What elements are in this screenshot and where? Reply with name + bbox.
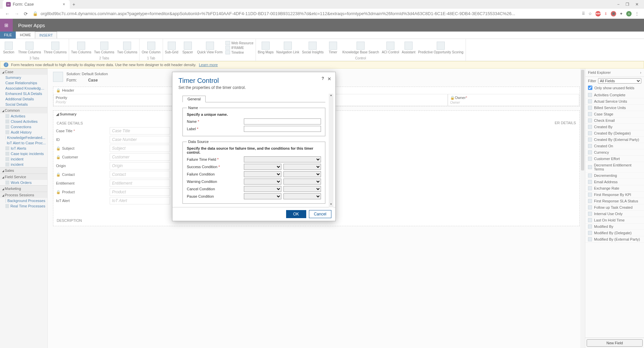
- leftnav-marketing-header[interactable]: Marketing: [0, 185, 47, 192]
- ribbon-bingmaps[interactable]: Bing Maps: [258, 42, 274, 54]
- info-learn-more-link[interactable]: Learn more: [199, 63, 218, 67]
- browser-reload-icon[interactable]: ⟳: [24, 11, 28, 16]
- ribbon-tab-home[interactable]: HOME: [16, 32, 35, 39]
- ribbon-assistant[interactable]: Assistant: [402, 42, 416, 54]
- window-restore-icon[interactable]: ❐: [626, 2, 629, 7]
- leftnav-knowledge-federated[interactable]: KnowledgeFederated...: [0, 135, 47, 140]
- ribbon-social[interactable]: Social Insights: [302, 42, 323, 54]
- leftnav-assoc-knowledge[interactable]: Associated Knowledge ...: [0, 86, 47, 91]
- leftnav-additional-details[interactable]: Additional Details: [0, 96, 47, 102]
- leftnav-audit-history[interactable]: Audit History: [0, 130, 47, 135]
- browser-tab[interactable]: ∞ Form: Case ×: [3, 0, 70, 9]
- new-tab-button[interactable]: +: [72, 2, 75, 7]
- ribbon-subgrid[interactable]: Sub-Grid: [165, 42, 178, 54]
- window-minimize-icon[interactable]: −: [617, 2, 620, 7]
- extensions-puzzle-icon[interactable]: ✦: [620, 11, 623, 16]
- ribbon-three-columns-1[interactable]: Three Columns: [18, 42, 41, 54]
- leftnav-summary[interactable]: Summary: [0, 75, 47, 80]
- leftnav-connections[interactable]: Connections: [0, 124, 47, 130]
- leftnav-incident-1[interactable]: incident: [0, 156, 47, 162]
- leftnav-case-header[interactable]: Case: [0, 68, 47, 75]
- app-launcher-icon[interactable]: ⊞: [0, 19, 13, 32]
- field-item[interactable]: First Response By KPI: [585, 192, 644, 198]
- leftnav-enhanced-sla[interactable]: Enhanced SLA Details: [0, 91, 47, 96]
- leftnav-iot-alerts[interactable]: IoT Alerts: [0, 146, 47, 151]
- ribbon-aci[interactable]: ACI Control: [382, 42, 399, 54]
- unused-checkbox[interactable]: [588, 86, 592, 90]
- field-item[interactable]: Currency: [585, 149, 644, 156]
- ribbon-iframe[interactable]: IFRAME: [225, 46, 254, 50]
- field-item[interactable]: Check Email: [585, 117, 644, 124]
- ds-select-1[interactable]: [244, 193, 281, 199]
- field-item[interactable]: Created By (External Party): [585, 137, 644, 143]
- profile-avatar-icon[interactable]: A: [626, 11, 632, 16]
- header-priority[interactable]: PriorityPriority: [53, 94, 185, 106]
- header-blank[interactable]: [316, 94, 448, 106]
- leftnav-activities[interactable]: Activities: [0, 113, 47, 119]
- ds-select-2[interactable]: [283, 179, 321, 185]
- field-item[interactable]: Modified By (External Party): [585, 236, 644, 243]
- leftnav-case-topic[interactable]: Case topic incidents: [0, 151, 47, 156]
- leftnav-incident-2[interactable]: incident: [0, 162, 47, 167]
- filter-select[interactable]: All Fields: [598, 78, 641, 84]
- ribbon-section[interactable]: Section: [2, 42, 15, 54]
- dialog-scrollbar[interactable]: ▲▼: [329, 94, 333, 207]
- name-input[interactable]: [244, 118, 321, 125]
- leftnav-rt-processes[interactable]: Real Time Processes: [0, 203, 47, 209]
- bookmark-icon[interactable]: ☆: [588, 11, 592, 16]
- leftnav-sales-header[interactable]: Sales: [0, 167, 47, 173]
- canvas-scrollbar[interactable]: [580, 68, 585, 348]
- field-item[interactable]: Billed Service Units: [585, 105, 644, 111]
- ext-icon-3[interactable]: ⬛: [611, 11, 616, 16]
- ribbon-tab-file[interactable]: FILE: [0, 32, 16, 39]
- leftnav-process-header[interactable]: Process Sessions: [0, 192, 47, 198]
- ribbon-two-columns-3[interactable]: Two Columns: [117, 42, 138, 54]
- ribbon-timeline[interactable]: Timeline: [225, 50, 254, 54]
- ribbon-tab-insert[interactable]: INSERT: [35, 32, 57, 39]
- field-item[interactable]: Modified By (Delegate): [585, 230, 644, 236]
- field-item[interactable]: Email Address: [585, 179, 644, 185]
- ribbon-webresource[interactable]: Web Resource: [225, 41, 254, 45]
- leftnav-bg-processes[interactable]: Background Processes: [0, 198, 47, 203]
- browser-menu-icon[interactable]: ⋮: [635, 11, 639, 16]
- ribbon-spacer[interactable]: Spacer: [181, 42, 195, 54]
- translate-icon[interactable]: ⠿: [582, 11, 585, 16]
- ribbon-two-columns-2[interactable]: Two Columns: [94, 42, 114, 54]
- window-close-icon[interactable]: ✕: [635, 2, 639, 7]
- new-field-button[interactable]: New Field: [587, 339, 643, 347]
- header-owner[interactable]: 🔒Owner*Owner: [448, 94, 579, 106]
- ribbon-predictive[interactable]: Predictive Opportunity Scoring: [418, 42, 463, 54]
- field-item[interactable]: Created By: [585, 124, 644, 130]
- ribbon-three-columns-2[interactable]: Three Columns: [44, 42, 66, 54]
- collapse-icon[interactable]: ›: [640, 70, 641, 74]
- field-item[interactable]: Decrementing: [585, 172, 644, 179]
- ribbon-navlink[interactable]: Navigation Link: [276, 42, 299, 54]
- tab-close-icon[interactable]: ×: [61, 2, 66, 7]
- browser-forward-icon[interactable]: →: [14, 11, 19, 16]
- leftnav-closed-activities[interactable]: Closed Activities: [0, 119, 47, 124]
- ds-select-2[interactable]: [283, 171, 321, 177]
- field-item[interactable]: Customer Effort: [585, 156, 644, 162]
- field-item[interactable]: Created By (Delegate): [585, 130, 644, 137]
- dialog-help-icon[interactable]: ?: [322, 76, 324, 81]
- field-item[interactable]: First Response SLA Status: [585, 198, 644, 204]
- field-item[interactable]: Decrement Entitlement Terms: [585, 162, 644, 172]
- ok-button[interactable]: OK: [286, 210, 306, 218]
- ds-select-1[interactable]: [244, 171, 281, 177]
- field-item[interactable]: Modified By: [585, 223, 644, 230]
- ds-select-1[interactable]: [244, 164, 281, 170]
- field-item[interactable]: Activities Complete: [585, 92, 644, 98]
- dialog-close-icon[interactable]: ✕: [327, 76, 331, 82]
- ds-select-2[interactable]: [283, 164, 321, 170]
- abp-icon[interactable]: ABP: [595, 11, 601, 16]
- field-item[interactable]: Created On: [585, 143, 644, 149]
- browser-back-icon[interactable]: ←: [5, 11, 10, 16]
- leftnav-common-header[interactable]: Common: [0, 107, 47, 113]
- ribbon-two-columns-1[interactable]: Two Columns: [71, 42, 92, 54]
- ext-icon-2[interactable]: ⬇: [604, 11, 607, 16]
- label-input[interactable]: [244, 126, 321, 132]
- ribbon-timer[interactable]: Timer: [326, 42, 340, 54]
- ds-select-1[interactable]: [244, 186, 281, 192]
- field-item[interactable]: Internal Use Only: [585, 211, 644, 217]
- ribbon-kb[interactable]: Knowledge Base Search: [342, 42, 379, 54]
